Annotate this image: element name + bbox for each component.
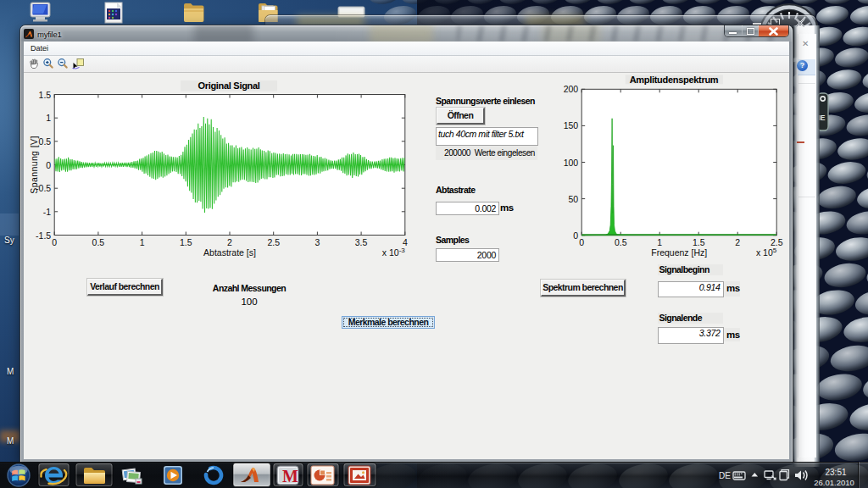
svg-text:150: 150 xyxy=(564,120,579,130)
svg-text:0: 0 xyxy=(573,230,578,241)
svg-text:Frequenz [Hz]: Frequenz [Hz] xyxy=(651,247,707,258)
svg-text:-1.5: -1.5 xyxy=(36,230,51,241)
svg-text:100: 100 xyxy=(564,158,579,168)
svg-text:0.5: 0.5 xyxy=(39,136,52,147)
svg-text:1.5: 1.5 xyxy=(693,237,705,247)
svg-text:Amplitudenspektrum: Amplitudenspektrum xyxy=(630,75,719,85)
svg-text:23:51: 23:51 xyxy=(825,468,846,477)
svg-text:2: 2 xyxy=(227,237,232,247)
svg-text:x 105: x 105 xyxy=(756,247,777,258)
svg-text:x 10-3: x 10-3 xyxy=(382,247,406,258)
svg-text:50: 50 xyxy=(569,194,579,204)
svg-text:Abtastrate [s]: Abtastrate [s] xyxy=(203,247,256,258)
svg-text:Original Signal: Original Signal xyxy=(198,80,259,91)
svg-text:M: M xyxy=(282,467,298,485)
svg-text:1.5: 1.5 xyxy=(180,237,192,247)
svg-text:0: 0 xyxy=(579,237,584,247)
svg-text:Spannung [V]: Spannung [V] xyxy=(29,136,39,193)
svg-text:2.5: 2.5 xyxy=(267,237,280,247)
svg-text:0.5: 0.5 xyxy=(615,237,627,247)
svg-text:0.5: 0.5 xyxy=(92,237,105,247)
svg-text:200: 200 xyxy=(564,84,579,94)
svg-text:1: 1 xyxy=(140,237,145,247)
svg-text:2: 2 xyxy=(735,237,740,247)
svg-text:1.5: 1.5 xyxy=(39,90,52,100)
svg-text:1: 1 xyxy=(46,113,51,123)
svg-text:26.01.2010: 26.01.2010 xyxy=(814,478,854,487)
svg-text:3.5: 3.5 xyxy=(355,237,368,247)
svg-text:DE: DE xyxy=(719,471,731,480)
svg-text:1: 1 xyxy=(657,237,662,247)
svg-text:-1: -1 xyxy=(43,207,51,217)
svg-text:3: 3 xyxy=(314,237,320,247)
svg-text:0: 0 xyxy=(52,237,57,247)
svg-text:0: 0 xyxy=(46,160,51,170)
